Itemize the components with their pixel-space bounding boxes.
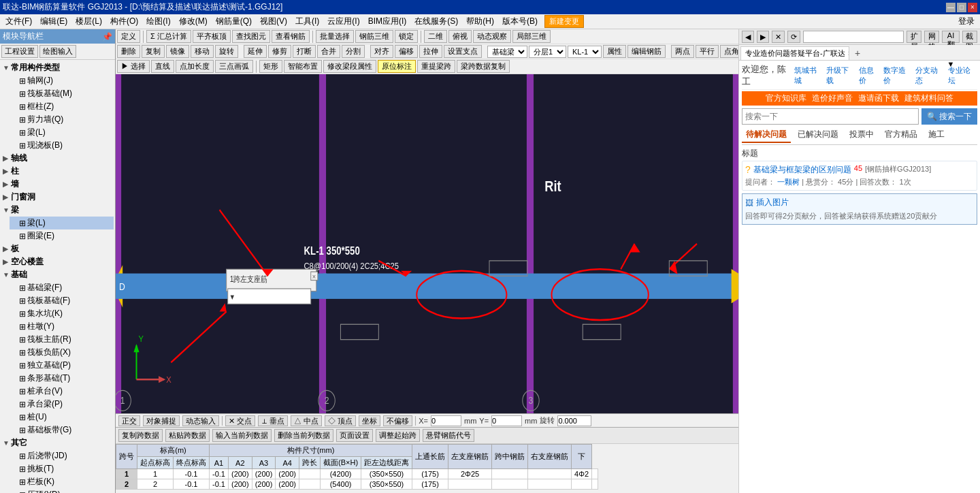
row1-a1[interactable]: (200) xyxy=(228,469,252,479)
meta-asker[interactable]: 一颗树 xyxy=(777,178,800,186)
menu-help[interactable]: 帮助(H) xyxy=(462,15,498,28)
intersect-button[interactable]: ✕ 交点 xyxy=(225,415,255,426)
coord-button[interactable]: 坐标 xyxy=(359,415,380,426)
browser-refresh-button[interactable]: ⟳ xyxy=(787,31,800,43)
tree-pile-cap[interactable]: ⊞ 桩承台(V) xyxy=(10,385,114,398)
menu-bim[interactable]: BIM应用(I) xyxy=(364,15,411,28)
batch-select-button[interactable]: 批量选择 xyxy=(316,30,354,43)
row1-top-cont[interactable]: 2Φ25 xyxy=(448,469,492,479)
canvas-area[interactable]: 1 2 3 KL-1 350*550 C8@100/200(4) 2C25;4C… xyxy=(116,74,738,413)
copy-span-data-table-button[interactable]: 复制跨数据 xyxy=(118,429,163,442)
maximize-button[interactable]: □ xyxy=(957,3,966,12)
rebar-3d-button[interactable]: 钢筋三维 xyxy=(355,30,393,43)
edit-rebar-button[interactable]: 编辑钢筋 xyxy=(627,45,666,58)
tree-post-cast[interactable]: ⊞ 后浇带(JD) xyxy=(10,449,114,462)
invitation-link[interactable]: 邀请函下载 xyxy=(858,93,899,104)
row2-dist[interactable]: (175) xyxy=(412,479,448,490)
add-tab-button[interactable]: + xyxy=(851,46,864,60)
copy-span-data-button[interactable]: 梁跨数据复制 xyxy=(457,60,510,73)
paste-span-data-button[interactable]: 粘贴跨数据 xyxy=(165,429,210,442)
menu-cloud[interactable]: 云应用(I) xyxy=(323,15,363,28)
menu-draw[interactable]: 绘图(I) xyxy=(142,15,174,28)
digital-link[interactable]: 数字造价 xyxy=(883,65,913,86)
menu-online[interactable]: 在线服务(S) xyxy=(410,15,462,28)
row1-a3[interactable]: (200) xyxy=(276,469,299,479)
cat-tab-pending[interactable]: 待解决问题 xyxy=(742,127,791,143)
browser-stop-button[interactable]: ✕ xyxy=(772,31,785,43)
point-angle-button[interactable]: 点角 xyxy=(720,45,738,58)
delete-button[interactable]: 删除 xyxy=(117,45,140,58)
close-tab-button[interactable]: × xyxy=(848,50,849,57)
tree-item-beam[interactable]: ⊞ 梁(L) xyxy=(10,126,114,139)
line-button[interactable]: 直线 xyxy=(151,60,174,73)
tree-axis[interactable]: ▶轴线 xyxy=(1,152,114,165)
row1-a4[interactable] xyxy=(299,469,321,479)
menu-version[interactable]: 版本号(B) xyxy=(498,15,542,28)
row1-section[interactable]: (350×550) xyxy=(361,469,412,479)
cat-tab-solved[interactable]: 已解决问题 xyxy=(794,127,843,143)
mirror-button[interactable]: 镜像 xyxy=(166,45,189,58)
translate-button[interactable]: AI翻译▼ xyxy=(942,31,960,43)
snap-button[interactable]: 对象捕捉 xyxy=(143,415,180,426)
menu-edit[interactable]: 编辑(E) xyxy=(36,15,71,28)
rotate-input[interactable] xyxy=(557,415,591,426)
row1-mid[interactable] xyxy=(528,469,572,479)
menu-rebar[interactable]: 钢筋量(Q) xyxy=(212,15,256,28)
row2-a2[interactable]: (200) xyxy=(252,479,276,490)
move-button[interactable]: 移动 xyxy=(191,45,214,58)
tree-slab[interactable]: ▶板 xyxy=(1,242,114,255)
cat-tab-construction[interactable]: 施工 xyxy=(924,127,949,143)
tree-item-beam-l[interactable]: ⊞ 梁(L) xyxy=(10,217,114,229)
no-offset-button[interactable]: 不偏移 xyxy=(383,415,412,426)
row2-end-elev[interactable]: -0.1 xyxy=(210,479,229,490)
row1-end-elev[interactable]: -0.1 xyxy=(210,469,229,479)
screenshot-button[interactable]: 截图▼ xyxy=(962,31,977,43)
row2-left-seat[interactable] xyxy=(492,479,528,490)
tree-col-cap[interactable]: ⊞ 柱墩(Y) xyxy=(10,320,114,333)
dynamic-obs-button[interactable]: 动态观察 xyxy=(473,30,511,43)
page-setup-button[interactable]: 页面设置 xyxy=(336,429,373,442)
ortho-button[interactable]: 正交 xyxy=(118,415,140,426)
top-view-button[interactable]: 俯视 xyxy=(448,30,472,43)
tree-common-components[interactable]: ▼常用构件类型 xyxy=(1,61,114,74)
view-rebar-button[interactable]: 查看钢筋 xyxy=(272,30,310,43)
copy-button[interactable]: 复制 xyxy=(142,45,165,58)
row1-dist[interactable]: (175) xyxy=(412,469,448,479)
row1-span-len[interactable]: (4200) xyxy=(321,469,361,479)
tree-cap[interactable]: ⊞ 压顶(YD) xyxy=(10,488,114,493)
level-slab-button[interactable]: 平齐板顶 xyxy=(193,30,231,43)
tree-parapet[interactable]: ⊞ 栏板(K) xyxy=(10,475,114,488)
browser-forward-button[interactable]: ▶ xyxy=(757,31,769,43)
tree-item-col[interactable]: ⊞ 框柱(Z) xyxy=(10,100,114,113)
input-col-data-button[interactable]: 输入当前列数据 xyxy=(212,429,272,442)
two-points-button[interactable]: 两点 xyxy=(671,45,694,58)
window-controls[interactable]: — □ × xyxy=(946,3,977,12)
mid-button[interactable]: △ 中点 xyxy=(291,415,322,426)
tree-isolated[interactable]: ⊞ 独立基础(P) xyxy=(10,359,114,372)
extend-button[interactable]: 延伸 xyxy=(244,45,267,58)
floor-select[interactable]: 分层1 xyxy=(529,46,566,58)
row2-mid[interactable] xyxy=(528,479,572,490)
browser-tab-active[interactable]: 专业造价问题答疑平台-广联达 × xyxy=(740,46,849,60)
tree-main-rebar[interactable]: ⊞ 筏板主筋(R) xyxy=(10,333,114,346)
select-button[interactable]: ▶ 选择 xyxy=(117,60,150,73)
lock-button[interactable]: 锁定 xyxy=(395,30,418,43)
rotate-button[interactable]: 旋转 xyxy=(215,45,238,58)
table-row[interactable]: 2 2 -0.1 -0.1 (200) (200) (200) (5400) (… xyxy=(116,479,598,490)
table-row[interactable]: 1 1 -0.1 -0.1 (200) (200) (200) (4200) (… xyxy=(116,469,598,479)
tree-raft-f[interactable]: ⊞ 筏板基础(F) xyxy=(10,294,114,307)
rect-button[interactable]: 矩形 xyxy=(259,60,282,73)
tree-wall[interactable]: ▶墙 xyxy=(1,178,114,191)
tree-hollow[interactable]: ▶空心楼盖 xyxy=(1,255,114,268)
cat-tab-voting[interactable]: 投票中 xyxy=(845,127,878,143)
menu-component[interactable]: 构件(O) xyxy=(106,15,142,28)
stretch-button[interactable]: 拉伸 xyxy=(419,45,442,58)
split-button[interactable]: 分割 xyxy=(342,45,365,58)
trim-button[interactable]: 修剪 xyxy=(268,45,291,58)
adjust-start-span-button[interactable]: 调整起始跨 xyxy=(376,429,420,442)
break-button[interactable]: 打断 xyxy=(293,45,316,58)
tree-window[interactable]: ▶门窗洞 xyxy=(1,191,114,204)
parallel-button[interactable]: 平行 xyxy=(696,45,719,58)
row2-section[interactable]: (350×550) xyxy=(361,479,412,490)
row1-a2[interactable]: (200) xyxy=(252,469,276,479)
